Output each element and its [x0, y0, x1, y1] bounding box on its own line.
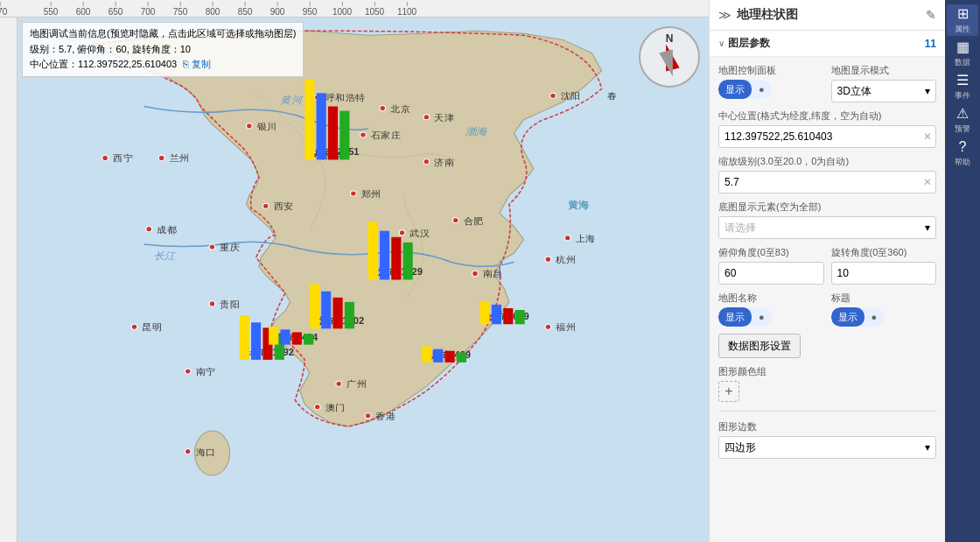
svg-point-19: [185, 369, 191, 374]
info-bar[interactable]: 地图调试当前信息(预览时隐藏，点击此区域可选择或拖动图层) 级别：5.7, 俯仰…: [22, 22, 304, 77]
sidebar-label-events: 事件: [955, 90, 970, 102]
svg-point-5: [102, 155, 108, 160]
svg-text:长江: 长江: [154, 250, 177, 261]
sides-select[interactable]: 四边形 ▾: [718, 436, 936, 459]
svg-point-11: [146, 227, 152, 232]
zoom-field[interactable]: [724, 176, 930, 188]
properties-icon: ⊞: [957, 5, 969, 22]
svg-point-46: [472, 271, 479, 276]
map-control-toggle[interactable]: 显示 ●: [718, 80, 824, 99]
svg-text:海口: 海口: [196, 447, 216, 456]
copy-button[interactable]: ⎘ 复制: [183, 57, 211, 73]
svg-rect-71: [345, 302, 354, 328]
props-panel: ≫ 地理柱状图 ✎ ∨ 图层参数 11 地图控制面板 显示: [710, 0, 945, 542]
toggle-show[interactable]: 显示: [718, 80, 752, 99]
ruler-top: 470 550 600 650 700 750 800 850 900 950 …: [0, 0, 709, 18]
mapname-toggle[interactable]: 显示 ●: [718, 307, 824, 327]
svg-point-23: [380, 106, 386, 111]
center-input[interactable]: ✕: [718, 125, 936, 148]
svg-point-13: [209, 244, 215, 250]
mapname-dot[interactable]: ●: [752, 307, 772, 327]
section-label: 图层参数: [728, 36, 770, 51]
zoom-clear-icon[interactable]: ✕: [923, 176, 932, 188]
svg-text:北京: 北京: [390, 103, 410, 113]
svg-point-44: [452, 217, 458, 222]
sidebar-item-data[interactable]: ▦ 数据: [947, 38, 978, 69]
pitch-field[interactable]: [724, 267, 818, 279]
svg-text:渤海: 渤海: [466, 126, 488, 137]
title-dot[interactable]: ●: [864, 307, 885, 327]
sidebar-item-help[interactable]: ? 帮助: [947, 137, 978, 169]
base-row: 底图显示元素(空为全部) 请选择 ▾: [718, 201, 936, 239]
data-graphic-button[interactable]: 数据图形设置: [718, 334, 801, 358]
center-clear-icon[interactable]: ✕: [923, 130, 932, 143]
svg-text:济南: 济南: [434, 157, 454, 166]
mapname-toggle-switch[interactable]: 显示 ●: [718, 307, 772, 327]
panel-edit-icon[interactable]: ✎: [926, 8, 936, 22]
help-icon: ?: [959, 139, 967, 155]
ruler-mark: 800: [206, 2, 220, 17]
title-toggle[interactable]: 显示 ●: [831, 307, 937, 327]
svg-rect-96: [515, 310, 525, 324]
sidebar-item-events[interactable]: ☰ 事件: [947, 71, 978, 102]
sidebar-label-properties: 属性: [955, 24, 970, 35]
ruler-mark: 850: [238, 2, 253, 17]
warnings-icon: ⚠: [956, 105, 969, 122]
svg-rect-63: [304, 80, 314, 159]
map-control-label: 地图控制面板: [718, 64, 824, 77]
map-area[interactable]: 470 550 600 650 700 750 800 850 900 950 …: [0, 0, 709, 542]
svg-rect-89: [433, 349, 443, 363]
map-display-select[interactable]: 3D立体 ▾: [831, 80, 937, 102]
zoom-input[interactable]: ✕: [718, 171, 936, 194]
ruler-mark: 550: [44, 2, 59, 17]
section-header[interactable]: ∨ 图层参数 11: [710, 31, 945, 57]
svg-text:西安: 西安: [274, 201, 294, 211]
svg-text:澳门: 澳门: [326, 402, 346, 412]
svg-point-36: [360, 132, 367, 137]
sidebar-item-warnings[interactable]: ⚠ 预警: [947, 104, 978, 136]
base-select[interactable]: 请选择 ▾: [718, 216, 936, 239]
svg-text:杭州: 杭州: [555, 255, 576, 264]
section-count: 11: [925, 38, 936, 50]
svg-text:重庆: 重庆: [220, 242, 240, 251]
rotate-label: 旋转角度(0至360): [831, 246, 937, 259]
sidebar-item-properties[interactable]: ⊞ 属性: [947, 4, 978, 36]
svg-point-17: [131, 324, 137, 329]
pitch-input[interactable]: [718, 262, 824, 285]
ruler-mark: 1100: [397, 2, 416, 17]
info-line3: 中心位置：112.397522,25.610403 ⎘ 复制: [30, 57, 296, 73]
svg-point-25: [424, 115, 430, 120]
ruler-mark: 1000: [332, 2, 352, 17]
pitch-label: 俯仰角度(0至83): [718, 246, 824, 259]
compass: N: [639, 26, 700, 88]
panel-body: 地图控制面板 显示 ● 地图显示模式 3D立体 ▾: [710, 57, 945, 542]
map-content[interactable]: 渤海 黄海 西宁 兰州 银川 成都 重庆 贵阳 昆明: [18, 18, 709, 542]
panel-expand-icon[interactable]: ≫: [718, 8, 732, 22]
sidebar-label-data: 数据: [955, 57, 970, 68]
svg-text:上海: 上海: [576, 233, 596, 243]
svg-text:南宁: 南宁: [196, 367, 216, 377]
sides-row: 图形边数 四边形 ▾: [718, 420, 936, 459]
rotate-field[interactable]: [837, 267, 931, 279]
svg-text:南昌: 南昌: [483, 269, 503, 278]
mapname-show[interactable]: 显示: [718, 307, 752, 327]
ruler-mark: 700: [141, 2, 156, 17]
chevron-icon: ∨: [718, 39, 724, 48]
map-svg: 渤海 黄海 西宁 兰州 银川 成都 重庆 贵阳 昆明: [18, 18, 709, 542]
svg-text:春: 春: [607, 91, 617, 101]
toggle-hide[interactable]: ●: [752, 80, 772, 99]
rotate-input[interactable]: [831, 262, 937, 285]
base-select-chevron: ▾: [925, 222, 930, 234]
add-color-button[interactable]: +: [718, 381, 739, 402]
zoom-row: 缩放级别(3.0至20.0，0为自动) ✕: [718, 155, 936, 194]
ruler-mark: 750: [173, 2, 188, 17]
right-panel: ≫ 地理柱状图 ✎ ∨ 图层参数 11 地图控制面板 显示: [709, 0, 980, 542]
map-control-toggle-switch[interactable]: 显示 ●: [718, 80, 772, 99]
svg-rect-83: [269, 327, 278, 344]
mapname-label: 地图名称: [718, 292, 824, 305]
title-toggle-switch[interactable]: 显示 ●: [831, 307, 885, 327]
title-show[interactable]: 显示: [831, 307, 864, 327]
center-field[interactable]: [724, 130, 930, 143]
sidebar-label-warnings: 预警: [955, 123, 970, 135]
sides-chevron-icon: ▾: [925, 441, 930, 454]
